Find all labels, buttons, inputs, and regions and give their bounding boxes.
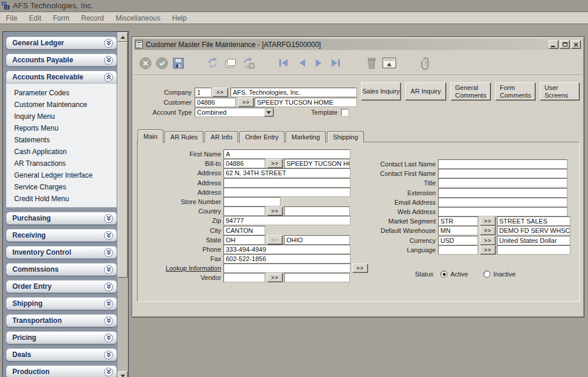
sidebar-item-ar-transactions[interactable]: AR Transactions [14, 158, 116, 169]
toolbar-image-viewer-icon[interactable] [381, 55, 397, 71]
default-warehouse-code-field[interactable]: MN [438, 226, 478, 235]
fax-field[interactable]: 602-522-1856 [223, 254, 350, 263]
user-screens-button[interactable]: User Screens [540, 82, 580, 101]
menu-help[interactable]: Help [166, 14, 193, 22]
customer-code-field[interactable]: 04886 [195, 98, 236, 107]
sidebar-header-general-ledger[interactable]: General Ledger [6, 36, 117, 49]
toolbar-attachments-icon[interactable] [417, 55, 434, 71]
city-field[interactable]: CANTON [223, 226, 265, 235]
zip-field[interactable]: 94777 [223, 216, 350, 225]
sidebar-item-cash-application[interactable]: Cash Application [14, 146, 116, 158]
customer-name-field[interactable]: SPEEDY TUCSON HOME [255, 98, 357, 107]
general-comments-button[interactable]: General Comments [450, 82, 491, 101]
status-radio-active[interactable] [440, 271, 447, 278]
minimize-button[interactable] [549, 40, 559, 49]
market-segment-desc-field[interactable]: STREET SALES [497, 216, 570, 226]
company-code-field[interactable]: 1 [195, 88, 212, 97]
status-radio-inactive[interactable] [483, 271, 490, 278]
sidebar-item-credit-hold-menu[interactable]: Credit Hold Menu [14, 193, 116, 205]
tab-ar-info[interactable]: AR Info [205, 131, 238, 142]
toolbar-last-record-icon[interactable] [327, 55, 343, 71]
market-segment-code-field[interactable]: STR [438, 216, 478, 226]
sidebar-header-order-entry[interactable]: Order Entry [6, 280, 117, 293]
sidebar-header-accounts-receivable[interactable]: Accounts Receivable [6, 71, 117, 84]
sidebar-header-transportation[interactable]: Transportation [6, 314, 117, 327]
state-desc-field[interactable]: OHIO [284, 235, 350, 245]
scroll-down-button[interactable] [118, 371, 128, 377]
vendor-code-field[interactable] [223, 273, 265, 282]
toolbar-refresh-data-icon[interactable] [240, 55, 256, 71]
tab-order-entry[interactable]: Order Entry [239, 131, 285, 142]
toolbar-delete-icon[interactable] [363, 55, 380, 71]
currency-code-field[interactable]: USD [438, 236, 478, 245]
sidebar-item-service-charges[interactable]: Service Charges [14, 181, 116, 193]
country-lookup-button[interactable]: >> [267, 206, 283, 216]
ar-inquiry-button[interactable]: AR Inquiry [405, 82, 446, 101]
sidebar-header-inventory-control[interactable]: Inventory Control [6, 246, 117, 259]
market-segment-lookup-button[interactable]: >> [480, 216, 496, 226]
sidebar-item-parameter-codes[interactable]: Parameter Codes [14, 87, 116, 99]
sidebar-header-shipping[interactable]: Shipping [6, 297, 117, 310]
phone-field[interactable]: 333-494-4949 [223, 245, 350, 254]
account-type-select[interactable]: Combined [195, 108, 274, 117]
country-code-field[interactable] [223, 206, 265, 216]
bill-to-code-field[interactable]: 04886 [223, 159, 265, 168]
vendor-desc-field[interactable] [284, 273, 350, 282]
store-number-field[interactable] [223, 197, 280, 206]
default-warehouse-lookup-button[interactable]: >> [480, 226, 496, 235]
sidebar-header-accounts-payable[interactable]: Accounts Payable [6, 54, 117, 66]
toolbar-next-record-icon[interactable] [310, 55, 327, 71]
menu-file[interactable]: File [0, 14, 23, 22]
currency-desc-field[interactable]: United States Dollar [497, 236, 570, 245]
bill-to-lookup-button[interactable]: >> [267, 159, 283, 168]
language-desc-field[interactable] [497, 245, 570, 255]
template-checkbox[interactable] [341, 109, 349, 116]
toolbar-previous-record-icon[interactable] [294, 55, 310, 71]
scroll-up-button[interactable] [118, 32, 128, 42]
title-field[interactable] [438, 178, 567, 188]
account-type-dropdown-button[interactable] [264, 108, 273, 116]
company-name-field[interactable]: AFS. Technologies, Inc. [230, 88, 357, 97]
lookup-information-label[interactable]: Lookup Information [138, 265, 223, 272]
menu-edit[interactable]: Edit [23, 14, 47, 22]
menu-form[interactable]: Form [47, 14, 75, 22]
contact-first-name-field[interactable] [438, 169, 567, 178]
sales-inquiry-button[interactable]: Sales Inquiry [361, 82, 401, 101]
sidebar-item-reports-menu[interactable]: Reports Menu [14, 122, 116, 134]
language-lookup-button[interactable]: >> [480, 245, 496, 255]
scrollbar-thumb[interactable] [118, 42, 128, 278]
sidebar-item-general-ledger-interface[interactable]: General Ledger Interface [14, 169, 116, 181]
company-lookup-button[interactable]: >> [212, 88, 228, 97]
web-address-field[interactable] [438, 207, 567, 216]
menu-miscellaneous[interactable]: Miscellaneous [110, 14, 166, 22]
form-comments-button[interactable]: Form Comments [495, 82, 536, 101]
first-name-field[interactable]: A [223, 149, 350, 159]
tab-shipping[interactable]: Shipping [327, 131, 364, 142]
contact-last-name-field[interactable] [438, 159, 567, 169]
customer-lookup-button[interactable]: >> [238, 98, 254, 107]
sidebar-header-purchasing[interactable]: Purchasing [6, 212, 117, 225]
country-desc-field[interactable] [284, 206, 350, 216]
tab-marketing[interactable]: Marketing [286, 131, 326, 142]
vendor-lookup-button[interactable]: >> [267, 273, 283, 282]
tab-main[interactable]: Main [138, 129, 163, 143]
sidebar-item-statements[interactable]: Statements [14, 134, 116, 146]
toolbar-refresh-icon[interactable] [205, 55, 221, 71]
address-field[interactable] [223, 178, 350, 188]
lookup-information-field[interactable] [223, 263, 350, 273]
toolbar-save-icon[interactable] [170, 55, 186, 71]
language-code-field[interactable] [438, 245, 478, 255]
state-lookup-button[interactable]: >> [267, 235, 283, 245]
sidebar-scrollbar[interactable] [118, 32, 128, 377]
bill-to-desc-field[interactable]: SPEEDY TUCSON HOME , [284, 159, 350, 168]
sidebar-item-inquiry-menu[interactable]: Inquiry Menu [14, 111, 116, 122]
email-address-field[interactable] [438, 198, 567, 207]
sidebar-header-receiving[interactable]: Receiving [6, 229, 117, 242]
toolbar-cancel-icon[interactable] [137, 55, 153, 71]
sidebar-header-production[interactable]: Production [6, 365, 117, 377]
close-button[interactable]: × [571, 40, 581, 49]
sidebar-header-commissions[interactable]: Commissions [6, 263, 117, 276]
toolbar-confirm-icon[interactable] [153, 55, 170, 71]
state-code-field[interactable]: OH [223, 235, 265, 245]
address-field[interactable] [223, 188, 350, 197]
